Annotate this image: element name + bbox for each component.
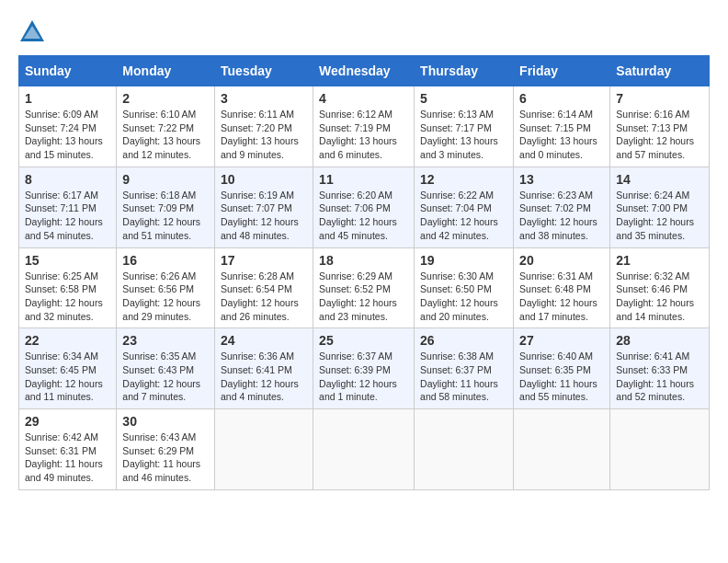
day-info: Sunrise: 6:35 AM Sunset: 6:43 PM Dayligh… xyxy=(122,350,209,404)
day-info: Sunrise: 6:18 AM Sunset: 7:09 PM Dayligh… xyxy=(122,189,209,243)
day-number: 18 xyxy=(319,253,408,268)
day-number: 4 xyxy=(319,91,408,106)
day-info: Sunrise: 6:36 AM Sunset: 6:41 PM Dayligh… xyxy=(221,350,307,404)
day-info: Sunrise: 6:32 AM Sunset: 6:46 PM Dayligh… xyxy=(616,270,703,324)
col-wednesday: Wednesday xyxy=(313,56,415,86)
day-info: Sunrise: 6:25 AM Sunset: 6:58 PM Dayligh… xyxy=(25,270,110,324)
table-row: 9Sunrise: 6:18 AM Sunset: 7:09 PM Daylig… xyxy=(117,167,215,247)
day-info: Sunrise: 6:38 AM Sunset: 6:37 PM Dayligh… xyxy=(420,350,507,404)
col-monday: Monday xyxy=(117,56,215,86)
day-number: 24 xyxy=(221,333,307,348)
day-number: 2 xyxy=(122,91,209,106)
day-info: Sunrise: 6:43 AM Sunset: 6:29 PM Dayligh… xyxy=(122,431,209,485)
day-number: 13 xyxy=(519,172,604,187)
day-info: Sunrise: 6:23 AM Sunset: 7:02 PM Dayligh… xyxy=(519,189,604,243)
day-number: 9 xyxy=(122,172,209,187)
calendar-row: 29Sunrise: 6:42 AM Sunset: 6:31 PM Dayli… xyxy=(19,409,710,490)
day-info: Sunrise: 6:16 AM Sunset: 7:13 PM Dayligh… xyxy=(616,108,703,162)
table-row: 21Sunrise: 6:32 AM Sunset: 6:46 PM Dayli… xyxy=(610,247,710,328)
table-row: 25Sunrise: 6:37 AM Sunset: 6:39 PM Dayli… xyxy=(313,328,415,409)
table-row: 28Sunrise: 6:41 AM Sunset: 6:33 PM Dayli… xyxy=(610,328,710,409)
day-number: 25 xyxy=(319,333,408,348)
col-sunday: Sunday xyxy=(19,56,117,86)
day-number: 21 xyxy=(616,253,703,268)
logo-icon xyxy=(18,18,46,46)
day-info: Sunrise: 6:09 AM Sunset: 7:24 PM Dayligh… xyxy=(25,108,110,162)
table-row: 13Sunrise: 6:23 AM Sunset: 7:02 PM Dayli… xyxy=(514,167,610,247)
table-row: 22Sunrise: 6:34 AM Sunset: 6:45 PM Dayli… xyxy=(19,328,117,409)
day-number: 7 xyxy=(616,91,703,106)
day-number: 8 xyxy=(25,172,110,187)
day-info: Sunrise: 6:31 AM Sunset: 6:48 PM Dayligh… xyxy=(519,270,604,324)
col-tuesday: Tuesday xyxy=(215,56,313,86)
col-saturday: Saturday xyxy=(610,56,710,86)
table-row: 19Sunrise: 6:30 AM Sunset: 6:50 PM Dayli… xyxy=(415,247,514,328)
logo xyxy=(18,18,50,46)
table-row xyxy=(610,409,710,490)
day-info: Sunrise: 6:42 AM Sunset: 6:31 PM Dayligh… xyxy=(25,431,110,485)
day-number: 19 xyxy=(420,253,507,268)
table-row: 6Sunrise: 6:14 AM Sunset: 7:15 PM Daylig… xyxy=(514,86,610,167)
day-info: Sunrise: 6:13 AM Sunset: 7:17 PM Dayligh… xyxy=(420,108,507,162)
table-row: 23Sunrise: 6:35 AM Sunset: 6:43 PM Dayli… xyxy=(117,328,215,409)
day-info: Sunrise: 6:20 AM Sunset: 7:06 PM Dayligh… xyxy=(319,189,408,243)
table-row: 18Sunrise: 6:29 AM Sunset: 6:52 PM Dayli… xyxy=(313,247,415,328)
table-row: 12Sunrise: 6:22 AM Sunset: 7:04 PM Dayli… xyxy=(415,167,514,247)
day-info: Sunrise: 6:10 AM Sunset: 7:22 PM Dayligh… xyxy=(122,108,209,162)
table-row: 10Sunrise: 6:19 AM Sunset: 7:07 PM Dayli… xyxy=(215,167,313,247)
day-number: 14 xyxy=(616,172,703,187)
table-row: 3Sunrise: 6:11 AM Sunset: 7:20 PM Daylig… xyxy=(215,86,313,167)
table-row: 7Sunrise: 6:16 AM Sunset: 7:13 PM Daylig… xyxy=(610,86,710,167)
day-number: 28 xyxy=(616,333,703,348)
table-row xyxy=(313,409,415,490)
day-info: Sunrise: 6:14 AM Sunset: 7:15 PM Dayligh… xyxy=(519,108,604,162)
day-number: 23 xyxy=(122,333,209,348)
day-number: 10 xyxy=(221,172,307,187)
table-row xyxy=(215,409,313,490)
day-info: Sunrise: 6:40 AM Sunset: 6:35 PM Dayligh… xyxy=(519,350,604,404)
table-row xyxy=(514,409,610,490)
day-number: 1 xyxy=(25,91,110,106)
day-number: 5 xyxy=(420,91,507,106)
day-number: 6 xyxy=(519,91,604,106)
table-row: 8Sunrise: 6:17 AM Sunset: 7:11 PM Daylig… xyxy=(19,167,117,247)
day-info: Sunrise: 6:41 AM Sunset: 6:33 PM Dayligh… xyxy=(616,350,703,404)
table-row: 5Sunrise: 6:13 AM Sunset: 7:17 PM Daylig… xyxy=(415,86,514,167)
col-thursday: Thursday xyxy=(415,56,514,86)
table-row: 4Sunrise: 6:12 AM Sunset: 7:19 PM Daylig… xyxy=(313,86,415,167)
day-number: 17 xyxy=(221,253,307,268)
day-number: 16 xyxy=(122,253,209,268)
table-row: 11Sunrise: 6:20 AM Sunset: 7:06 PM Dayli… xyxy=(313,167,415,247)
table-row: 14Sunrise: 6:24 AM Sunset: 7:00 PM Dayli… xyxy=(610,167,710,247)
day-number: 15 xyxy=(25,253,110,268)
day-info: Sunrise: 6:24 AM Sunset: 7:00 PM Dayligh… xyxy=(616,189,703,243)
table-row: 16Sunrise: 6:26 AM Sunset: 6:56 PM Dayli… xyxy=(117,247,215,328)
day-number: 12 xyxy=(420,172,507,187)
table-row: 27Sunrise: 6:40 AM Sunset: 6:35 PM Dayli… xyxy=(514,328,610,409)
day-info: Sunrise: 6:34 AM Sunset: 6:45 PM Dayligh… xyxy=(25,350,110,404)
day-number: 22 xyxy=(25,333,110,348)
calendar-header-row: Sunday Monday Tuesday Wednesday Thursday… xyxy=(19,56,710,86)
calendar-row: 22Sunrise: 6:34 AM Sunset: 6:45 PM Dayli… xyxy=(19,328,710,409)
table-row: 15Sunrise: 6:25 AM Sunset: 6:58 PM Dayli… xyxy=(19,247,117,328)
day-number: 20 xyxy=(519,253,604,268)
table-row: 17Sunrise: 6:28 AM Sunset: 6:54 PM Dayli… xyxy=(215,247,313,328)
day-info: Sunrise: 6:19 AM Sunset: 7:07 PM Dayligh… xyxy=(221,189,307,243)
calendar-table: Sunday Monday Tuesday Wednesday Thursday… xyxy=(18,55,710,490)
day-info: Sunrise: 6:30 AM Sunset: 6:50 PM Dayligh… xyxy=(420,270,507,324)
table-row: 26Sunrise: 6:38 AM Sunset: 6:37 PM Dayli… xyxy=(415,328,514,409)
day-number: 30 xyxy=(122,414,209,429)
day-info: Sunrise: 6:11 AM Sunset: 7:20 PM Dayligh… xyxy=(221,108,307,162)
day-number: 26 xyxy=(420,333,507,348)
day-number: 27 xyxy=(519,333,604,348)
table-row: 24Sunrise: 6:36 AM Sunset: 6:41 PM Dayli… xyxy=(215,328,313,409)
day-info: Sunrise: 6:37 AM Sunset: 6:39 PM Dayligh… xyxy=(319,350,408,404)
day-info: Sunrise: 6:22 AM Sunset: 7:04 PM Dayligh… xyxy=(420,189,507,243)
calendar-row: 1Sunrise: 6:09 AM Sunset: 7:24 PM Daylig… xyxy=(19,86,710,167)
calendar-row: 8Sunrise: 6:17 AM Sunset: 7:11 PM Daylig… xyxy=(19,167,710,247)
calendar-row: 15Sunrise: 6:25 AM Sunset: 6:58 PM Dayli… xyxy=(19,247,710,328)
day-info: Sunrise: 6:26 AM Sunset: 6:56 PM Dayligh… xyxy=(122,270,209,324)
day-info: Sunrise: 6:28 AM Sunset: 6:54 PM Dayligh… xyxy=(221,270,307,324)
table-row: 29Sunrise: 6:42 AM Sunset: 6:31 PM Dayli… xyxy=(19,409,117,490)
header xyxy=(18,18,710,46)
